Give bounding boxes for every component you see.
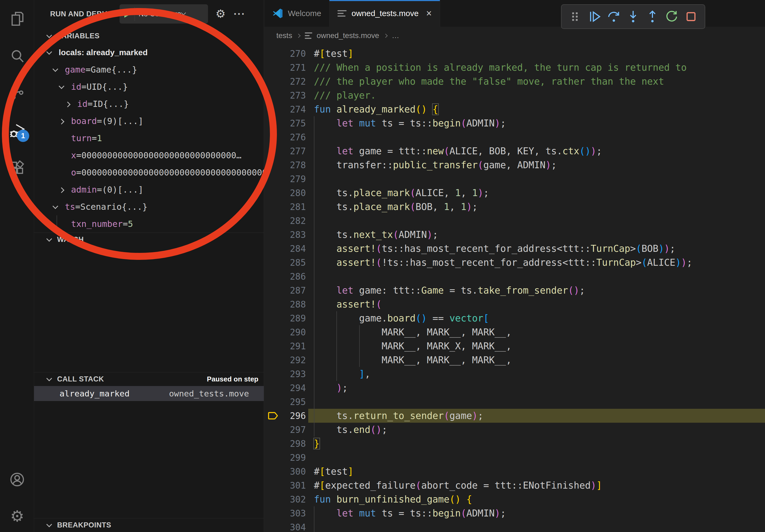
scope-row[interactable]: locals: already_marked (34, 44, 264, 61)
settings-gear-icon[interactable]: ⚙ (8, 507, 26, 525)
call-stack-section-header[interactable]: CALL STACK Paused on step (34, 372, 264, 386)
code-line-278[interactable]: 278 transfer::public_transfer(game, ADMI… (264, 158, 765, 172)
code-line-297[interactable]: 297 ts.end(); (264, 423, 765, 437)
code-line-281[interactable]: 281 ts.place_mark(BOB, 1, 1); (264, 200, 765, 214)
gutter[interactable]: 274 (264, 102, 306, 116)
debug-settings-gear-icon[interactable]: ⚙ (216, 8, 226, 20)
variable-row-id[interactable]: id = ID{...} (34, 95, 264, 113)
gutter[interactable]: 288 (264, 297, 306, 311)
gutter[interactable]: 295 (264, 395, 306, 409)
gutter[interactable]: 302 (264, 492, 306, 506)
variable-row-board[interactable]: board = (9)[...] (34, 113, 264, 130)
code-line-284[interactable]: 284 assert!(ts::has_most_recent_for_addr… (264, 242, 765, 256)
gutter[interactable]: 270 (264, 47, 306, 61)
gutter[interactable]: 303 (264, 506, 306, 520)
gutter[interactable]: 283 (264, 228, 306, 242)
variable-row-o[interactable]: o = 000000000000000000000000000000000000… (34, 164, 264, 181)
code-line-293[interactable]: 293 ], (264, 367, 765, 381)
call-stack-frame[interactable]: already_markedowned_tests.move (34, 386, 264, 401)
step-into-button[interactable] (625, 8, 641, 25)
code-line-300[interactable]: 300#[test] (264, 464, 765, 478)
variable-row-id[interactable]: id = UID{...} (34, 78, 264, 95)
gutter[interactable]: 300 (264, 464, 306, 478)
gutter[interactable]: 287 (264, 283, 306, 297)
code-line-271[interactable]: 271/// When a position is already marked… (264, 61, 765, 75)
account-icon[interactable] (8, 471, 26, 488)
gutter[interactable]: 273 (264, 89, 306, 102)
variable-row-txn_number[interactable]: txn_number = 5 (34, 215, 264, 232)
tab-welcome[interactable]: Welcome (264, 0, 330, 27)
gutter[interactable]: 301 (264, 478, 306, 492)
gutter[interactable]: 281 (264, 200, 306, 214)
gutter[interactable]: 282 (264, 214, 306, 228)
gutter[interactable]: 291 (264, 339, 306, 353)
code-line-287[interactable]: 287 let game: ttt::Game = ts.take_from_s… (264, 283, 765, 297)
gutter[interactable]: 298 (264, 437, 306, 450)
continue-button[interactable] (586, 8, 603, 25)
explorer-icon[interactable] (8, 10, 26, 28)
gutter[interactable]: 272 (264, 75, 306, 89)
variable-row-game[interactable]: game = Game{...} (34, 61, 264, 78)
code-editor[interactable]: 270#[test]271/// When a position is alre… (264, 45, 765, 532)
chevron-right-icon[interactable] (65, 102, 71, 107)
gutter[interactable]: 293 (264, 367, 306, 381)
gutter[interactable]: 280 (264, 186, 306, 200)
gutter[interactable]: 284 (264, 242, 306, 256)
close-icon[interactable]: × (426, 9, 432, 18)
gutter[interactable]: 304 (264, 520, 306, 532)
gutter[interactable]: 297 (264, 423, 306, 437)
restart-button[interactable] (663, 8, 680, 25)
breadcrumb-item-symbol[interactable]: … (392, 31, 399, 40)
variable-row-admin[interactable]: admin = (0)[...] (34, 181, 264, 198)
gutter[interactable]: 278 (264, 158, 306, 172)
chevron-right-icon[interactable] (59, 119, 64, 124)
code-line-299[interactable]: 299 (264, 450, 765, 464)
variable-row-turn[interactable]: turn = 1 (34, 130, 264, 147)
chevron-down-icon[interactable] (53, 203, 58, 209)
code-line-303[interactable]: 303 let mut ts = ts::begin(ADMIN); (264, 506, 765, 520)
code-line-294[interactable]: 294 ); (264, 381, 765, 395)
gutter[interactable]: 279 (264, 172, 306, 186)
code-line-296[interactable]: 296 ts.return_to_sender(game); (264, 409, 765, 423)
gutter[interactable]: 296 (264, 409, 306, 423)
gutter[interactable]: 299 (264, 450, 306, 464)
chevron-down-icon[interactable] (59, 83, 64, 89)
code-line-304[interactable]: 304 (264, 520, 765, 532)
breadcrumb-item-tests[interactable]: tests (276, 31, 292, 40)
code-line-283[interactable]: 283 ts.next_tx(ADMIN); (264, 228, 765, 242)
variables-section-header[interactable]: VARIABLES (34, 28, 264, 44)
gutter[interactable]: 290 (264, 325, 306, 339)
watch-section-header[interactable]: WATCH (34, 232, 264, 246)
chevron-right-icon[interactable] (59, 187, 64, 193)
code-line-275[interactable]: 275 let mut ts = ts::begin(ADMIN); (264, 116, 765, 130)
drag-handle-icon[interactable] (567, 8, 583, 25)
code-line-279[interactable]: 279 (264, 172, 765, 186)
search-icon[interactable] (8, 47, 26, 65)
code-line-274[interactable]: 274fun already_marked() { (264, 102, 765, 116)
more-actions-icon[interactable]: ··· (234, 8, 246, 20)
variable-row-ts[interactable]: ts = Scenario{...} (34, 198, 264, 215)
breakpoints-section-header[interactable]: BREAKPOINTS (34, 518, 264, 532)
step-out-button[interactable] (644, 8, 661, 25)
source-control-icon[interactable] (8, 84, 26, 102)
code-line-276[interactable]: 276 (264, 130, 765, 144)
stop-button[interactable] (683, 8, 699, 25)
gutter[interactable]: 292 (264, 353, 306, 367)
code-line-286[interactable]: 286 (264, 269, 765, 283)
code-line-282[interactable]: 282 (264, 214, 765, 228)
code-line-270[interactable]: 270#[test] (264, 47, 765, 61)
code-line-291[interactable]: 291 MARK__, MARK_X, MARK__, (264, 339, 765, 353)
tab-owned-tests-move[interactable]: owned_tests.move × (330, 0, 440, 27)
code-line-288[interactable]: 288 assert!( (264, 297, 765, 311)
gutter[interactable]: 285 (264, 256, 306, 269)
code-line-298[interactable]: 298} (264, 437, 765, 450)
gutter[interactable]: 276 (264, 130, 306, 144)
code-line-272[interactable]: 272/// the player who made the "false" m… (264, 75, 765, 89)
gutter[interactable]: 289 (264, 311, 306, 325)
step-over-button[interactable] (605, 8, 622, 25)
variable-row-x[interactable]: x = 000000000000000000000000000000… (34, 147, 264, 164)
gutter[interactable]: 277 (264, 144, 306, 158)
gutter[interactable]: 294 (264, 381, 306, 395)
code-line-280[interactable]: 280 ts.place_mark(ALICE, 1, 1); (264, 186, 765, 200)
code-line-290[interactable]: 290 MARK__, MARK__, MARK__, (264, 325, 765, 339)
